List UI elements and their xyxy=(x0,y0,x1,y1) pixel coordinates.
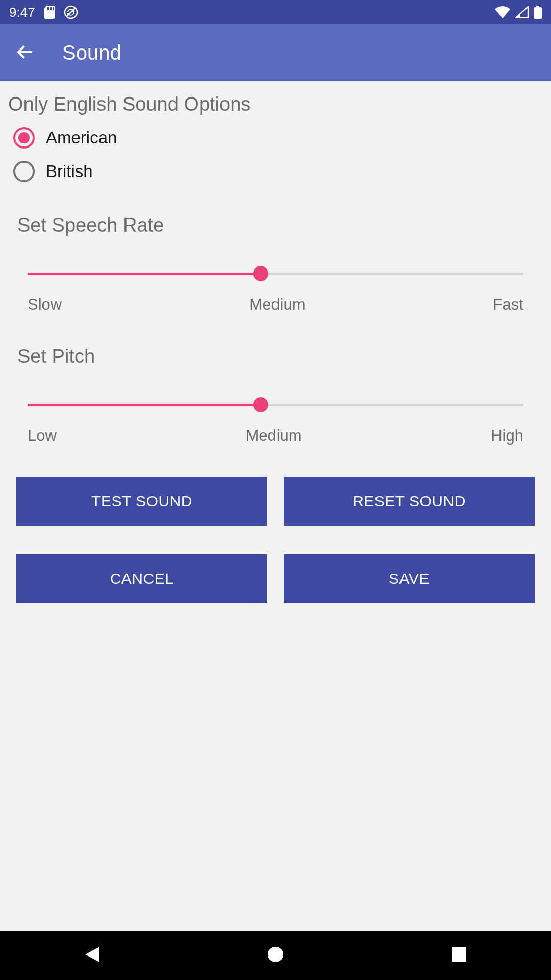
pitch-heading: Set Pitch xyxy=(17,346,543,368)
status-left: 9:47 xyxy=(9,5,78,20)
content: Only English Sound Options American Brit… xyxy=(0,81,551,603)
slider-fill xyxy=(28,273,261,275)
nav-recent-button[interactable] xyxy=(447,943,471,968)
radio-american[interactable]: American xyxy=(13,125,543,151)
nav-back-button[interactable] xyxy=(80,943,104,968)
triangle-back-icon xyxy=(84,946,100,965)
radio-label: American xyxy=(46,128,117,148)
slider-label-high: Fast xyxy=(493,296,523,314)
no-sync-icon xyxy=(64,5,78,19)
wifi-icon xyxy=(495,6,510,18)
slider-fill xyxy=(28,404,261,406)
svg-rect-5 xyxy=(536,6,539,7)
radio-unchecked-icon xyxy=(13,161,35,182)
cancel-button[interactable]: CANCEL xyxy=(16,554,267,603)
radio-british[interactable]: British xyxy=(13,158,543,185)
speech-rate-heading: Set Speech Rate xyxy=(17,214,543,236)
svg-rect-6 xyxy=(534,7,542,19)
sd-card-icon xyxy=(43,6,56,19)
svg-rect-1 xyxy=(50,7,52,10)
speech-rate-slider[interactable] xyxy=(28,266,523,281)
accent-radio-group: American British xyxy=(8,125,543,185)
button-grid: TEST SOUND RESET SOUND xyxy=(8,477,543,526)
square-recent-icon xyxy=(452,947,467,964)
radio-label: British xyxy=(46,162,93,181)
circle-home-icon xyxy=(267,946,284,965)
cell-signal-icon xyxy=(515,6,529,18)
slider-label-mid: Medium xyxy=(249,296,305,314)
status-right xyxy=(495,6,542,19)
button-grid-2: CANCEL SAVE xyxy=(8,554,543,603)
speech-rate-labels: Slow Medium Fast xyxy=(28,296,523,314)
status-time: 9:47 xyxy=(9,5,35,20)
page-title: Sound xyxy=(62,41,121,64)
svg-rect-2 xyxy=(53,7,54,10)
slider-label-mid: Medium xyxy=(245,427,302,445)
radio-checked-icon xyxy=(13,127,35,149)
app-bar: Sound xyxy=(0,24,551,81)
status-bar: 9:47 xyxy=(0,0,551,24)
slider-label-low: Low xyxy=(28,427,57,445)
svg-point-7 xyxy=(268,947,283,962)
nav-home-button[interactable] xyxy=(263,943,288,968)
reset-sound-button[interactable]: RESET SOUND xyxy=(284,477,535,526)
slider-label-low: Slow xyxy=(28,296,62,314)
save-button[interactable]: SAVE xyxy=(284,554,535,603)
pitch-slider-block: Low Medium High xyxy=(8,397,543,445)
nav-bar xyxy=(0,931,551,980)
slider-label-high: High xyxy=(491,427,523,445)
slider-thumb[interactable] xyxy=(253,266,268,281)
pitch-slider[interactable] xyxy=(28,397,523,412)
svg-rect-8 xyxy=(452,947,466,962)
back-button[interactable] xyxy=(12,40,38,66)
test-sound-button[interactable]: TEST SOUND xyxy=(16,477,267,526)
battery-icon xyxy=(534,6,542,19)
arrow-left-icon xyxy=(15,42,35,64)
pitch-labels: Low Medium High xyxy=(28,427,523,445)
speech-rate-slider-block: Slow Medium Fast xyxy=(8,266,543,314)
sound-options-heading: Only English Sound Options xyxy=(8,93,543,115)
svg-rect-0 xyxy=(47,7,49,10)
slider-thumb[interactable] xyxy=(253,397,268,412)
